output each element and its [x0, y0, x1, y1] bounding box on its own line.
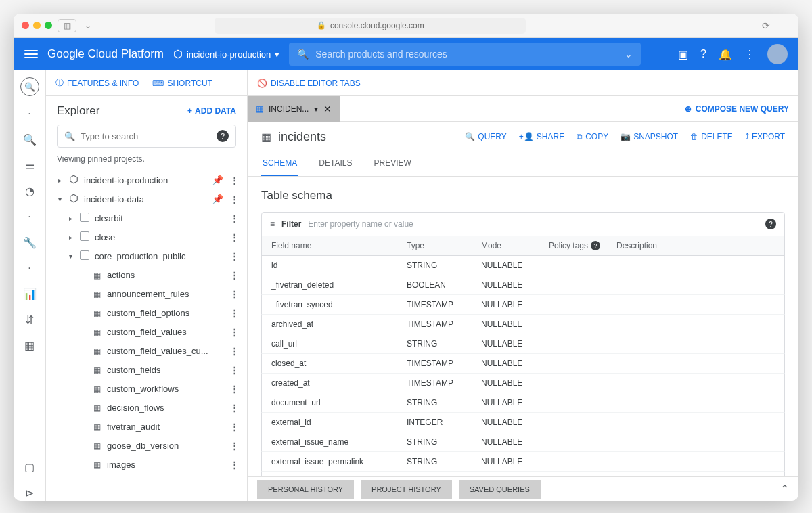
- schema-row[interactable]: _fivetran_deletedBOOLEANNULLABLE: [261, 275, 785, 295]
- tab-details[interactable]: DETAILS: [317, 152, 353, 176]
- tree-node[interactable]: ▦custom_workflows⋮: [51, 379, 242, 398]
- schema-row[interactable]: _fivetran_syncedTIMESTAMPNULLABLE: [261, 295, 785, 315]
- help-icon[interactable]: ?: [765, 219, 776, 229]
- avatar[interactable]: [767, 44, 788, 64]
- bigquery-icon[interactable]: 🔍: [20, 77, 39, 96]
- history-icon[interactable]: ◔: [22, 183, 38, 199]
- project-history-button[interactable]: PROJECT HISTORY: [361, 480, 452, 499]
- notifications-icon[interactable]: 🔔: [719, 48, 732, 61]
- tree-node[interactable]: ▸clearbit⋮: [51, 208, 242, 227]
- tab-dropdown-icon[interactable]: ▾: [314, 104, 318, 114]
- window-minimize-icon[interactable]: [33, 22, 41, 29]
- tree-node[interactable]: ▦custom_fields⋮: [51, 360, 242, 379]
- tree-node[interactable]: ▦custom_field_values⋮: [51, 322, 242, 341]
- more-icon[interactable]: ⋮: [227, 403, 242, 413]
- release-notes-icon[interactable]: ▢: [22, 459, 38, 475]
- cloud-shell-icon[interactable]: ▣: [678, 48, 688, 61]
- tree-node[interactable]: ▦decision_flows⋮: [51, 398, 242, 417]
- more-icon[interactable]: ⋮: [227, 441, 242, 451]
- search-hint-icon[interactable]: ?: [217, 130, 229, 142]
- more-icon[interactable]: ⋮: [227, 365, 242, 375]
- sidebar-toggle-icon[interactable]: ▥: [58, 19, 76, 32]
- shortcut-link[interactable]: ⌨SHORTCUT: [152, 79, 212, 88]
- features-link[interactable]: ⓘFEATURES & INFO: [55, 77, 139, 89]
- chart-icon[interactable]: 📊: [22, 286, 38, 302]
- explorer-search[interactable]: 🔍 ?: [57, 125, 236, 148]
- tab-preview[interactable]: PREVIEW: [372, 152, 412, 176]
- schema-row[interactable]: idSTRINGNULLABLE: [261, 256, 785, 275]
- tree-node[interactable]: ▦actions⋮: [51, 265, 242, 284]
- more-icon[interactable]: ⋮: [227, 194, 242, 204]
- search-icon[interactable]: 🔍: [22, 131, 38, 148]
- pin-icon[interactable]: 📌: [212, 194, 223, 204]
- tree-node[interactable]: ▸incident-io-production📌⋮: [51, 171, 242, 189]
- editor-tab[interactable]: ▦ INCIDEN... ▾ ✕: [248, 96, 340, 122]
- tab-schema[interactable]: SCHEMA: [261, 152, 298, 176]
- more-icon[interactable]: ⋮: [744, 48, 755, 61]
- tree-node[interactable]: ▾incident-io-data📌⋮: [51, 189, 242, 208]
- schema-row[interactable]: external_link_idSTRINGNULLABLE: [261, 472, 785, 476]
- help-icon[interactable]: ?: [700, 48, 706, 60]
- schema-row[interactable]: document_urlSTRINGNULLABLE: [261, 393, 785, 413]
- chevron-down-icon[interactable]: ⌄: [625, 49, 633, 60]
- tree-node[interactable]: ▸close⋮: [51, 227, 242, 246]
- schema-row[interactable]: external_idINTEGERNULLABLE: [261, 413, 785, 432]
- rail-dot-icon[interactable]: ·: [22, 208, 38, 225]
- chevron-down-icon[interactable]: ⌄: [82, 19, 94, 32]
- schema-row[interactable]: external_issue_permalinkSTRINGNULLABLE: [261, 452, 785, 472]
- export-button[interactable]: ⤴EXPORT: [745, 132, 785, 141]
- compose-query-button[interactable]: ⊕ COMPOSE NEW QUERY: [685, 104, 789, 114]
- more-icon[interactable]: ⋮: [227, 213, 242, 223]
- url-bar[interactable]: 🔒 console.cloud.google.com: [215, 18, 526, 34]
- tree-node[interactable]: ▦custom_field_values_cu...⋮: [51, 341, 242, 360]
- more-icon[interactable]: ⋮: [227, 327, 242, 337]
- reload-icon[interactable]: ⟳: [762, 20, 770, 31]
- window-maximize-icon[interactable]: [45, 22, 52, 29]
- expand-icon[interactable]: ⊳: [22, 485, 38, 501]
- chevron-up-icon[interactable]: ⌃: [780, 483, 789, 495]
- snapshot-button[interactable]: 📷SNAPSHOT: [621, 132, 678, 141]
- filter-icon[interactable]: ⚌: [22, 157, 38, 173]
- more-icon[interactable]: ⋮: [227, 175, 242, 185]
- copy-button[interactable]: ⧉COPY: [577, 132, 608, 141]
- schema-filter[interactable]: ≡ Filter Enter property name or value ?: [261, 212, 785, 236]
- schema-row[interactable]: external_issue_nameSTRINGNULLABLE: [261, 432, 785, 452]
- more-icon[interactable]: ⋮: [227, 422, 242, 432]
- pin-icon[interactable]: 📌: [212, 175, 223, 185]
- schema-row[interactable]: archived_atTIMESTAMPNULLABLE: [261, 315, 785, 334]
- more-icon[interactable]: ⋮: [227, 289, 242, 299]
- window-close-icon[interactable]: [22, 22, 29, 29]
- header-search[interactable]: 🔍 Search products and resources ⌄: [289, 43, 641, 66]
- dataset-icon[interactable]: ▦: [22, 337, 38, 353]
- more-icon[interactable]: ⋮: [227, 384, 242, 394]
- add-data-button[interactable]: +ADD DATA: [187, 106, 236, 116]
- more-icon[interactable]: ⋮: [227, 308, 242, 318]
- explorer-search-input[interactable]: [81, 131, 211, 141]
- help-icon[interactable]: ?: [591, 241, 600, 250]
- schema-row[interactable]: call_urlSTRINGNULLABLE: [261, 334, 785, 354]
- transfer-icon[interactable]: ⇵: [22, 311, 38, 328]
- tree-node[interactable]: ▦custom_field_options⋮: [51, 303, 242, 322]
- more-icon[interactable]: ⋮: [227, 346, 242, 356]
- disable-tabs-link[interactable]: 🚫DISABLE EDITOR TABS: [257, 79, 361, 88]
- more-icon[interactable]: ⋮: [227, 251, 242, 261]
- tree-node[interactable]: ▦images⋮: [51, 455, 242, 474]
- menu-icon[interactable]: [24, 50, 38, 58]
- more-icon[interactable]: ⋮: [227, 270, 242, 280]
- schema-row[interactable]: created_atTIMESTAMPNULLABLE: [261, 374, 785, 393]
- tree-node[interactable]: ▦announcement_rules⋮: [51, 284, 242, 303]
- rail-dot-icon[interactable]: ·: [22, 260, 38, 276]
- project-selector[interactable]: incident-io-production ▾: [173, 49, 279, 60]
- tree-node[interactable]: ▦fivetran_audit⋮: [51, 417, 242, 436]
- saved-queries-button[interactable]: SAVED QUERIES: [459, 480, 541, 499]
- more-icon[interactable]: ⋮: [227, 232, 242, 242]
- delete-button[interactable]: 🗑DELETE: [690, 132, 733, 141]
- tree-node[interactable]: ▾core_production_public⋮: [51, 246, 242, 265]
- wrench-icon[interactable]: 🔧: [22, 234, 38, 250]
- tree-node[interactable]: ▦goose_db_version⋮: [51, 436, 242, 455]
- schema-row[interactable]: closed_atTIMESTAMPNULLABLE: [261, 354, 785, 374]
- share-button[interactable]: +👤SHARE: [519, 132, 564, 141]
- personal-history-button[interactable]: PERSONAL HISTORY: [257, 480, 354, 499]
- query-button[interactable]: 🔍QUERY: [465, 132, 506, 141]
- more-icon[interactable]: ⋮: [227, 460, 242, 470]
